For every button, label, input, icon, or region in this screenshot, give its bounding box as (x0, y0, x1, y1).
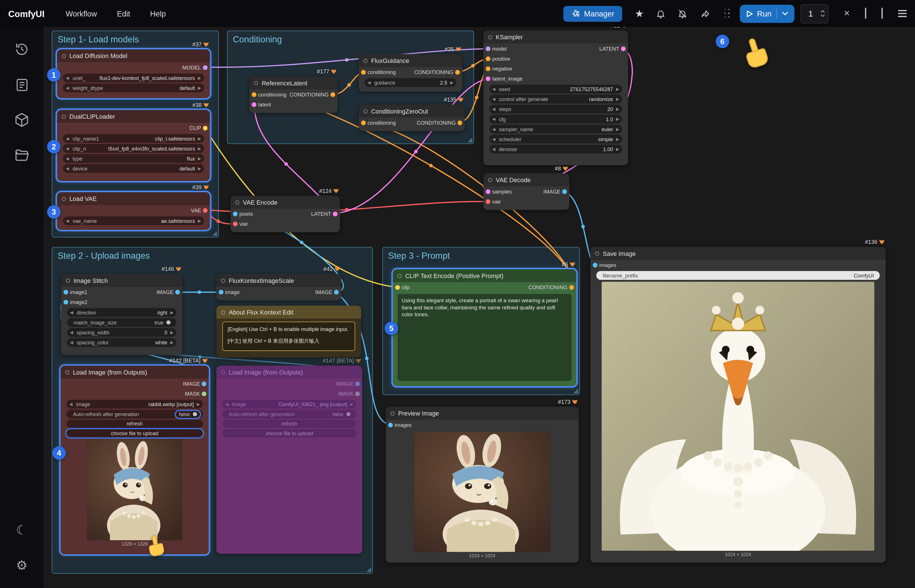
node-load-vae[interactable]: #39Load VAEVAE◀vae_nameae.safetensors▶ (57, 192, 210, 230)
input-slot-dot[interactable] (486, 76, 490, 81)
arrow-right-icon[interactable]: ▶ (450, 80, 453, 85)
arrow-right-icon[interactable]: ▶ (198, 76, 201, 80)
node-header[interactable]: Preview Image (386, 407, 579, 420)
input-slot-dot[interactable] (395, 285, 400, 290)
widget-control-after-generate[interactable]: ◀control after generaterandomize▶ (489, 95, 622, 103)
star-icon[interactable]: ★ (635, 7, 644, 19)
collapse-dot-icon[interactable] (254, 81, 258, 85)
arrow-right-icon[interactable]: ▶ (198, 156, 201, 161)
collapse-dot-icon[interactable] (364, 109, 367, 113)
bell-slash-icon[interactable] (677, 8, 687, 18)
workflows-icon[interactable] (9, 142, 35, 168)
widget-device[interactable]: ◀devicedefault▶ (63, 164, 204, 173)
menu-edit[interactable]: Edit (117, 9, 130, 18)
widget-cfg[interactable]: ◀cfg1.0▶ (489, 115, 622, 124)
settings-gear-icon[interactable]: ⚙ (9, 553, 35, 578)
node-conditioning-zero-out[interactable]: #135ConditioningZeroOutconditioningCONDI… (359, 105, 465, 131)
arrow-left-icon[interactable]: ◀ (70, 340, 73, 345)
node-header[interactable]: About Flux Kontext Edit (217, 306, 361, 318)
collapse-dot-icon[interactable] (488, 35, 492, 39)
arrow-left-icon[interactable]: ◀ (70, 402, 73, 407)
node-preview-image[interactable]: #173Preview Imageimages1024 × 1024 (386, 407, 579, 562)
arrow-right-icon[interactable]: ▶ (197, 402, 200, 407)
collapse-dot-icon[interactable] (398, 274, 401, 278)
node-header[interactable]: VAE Encode (231, 196, 340, 208)
drag-handle-icon[interactable] (724, 8, 731, 18)
node-header[interactable]: Save Image (590, 247, 886, 260)
widget-unet-[interactable]: ◀unet_flux1-dev-kontext_fp8_scaled.safet… (63, 73, 204, 82)
node-header[interactable]: Load Diffusion Model (57, 50, 210, 62)
collapse-dot-icon[interactable] (62, 197, 66, 201)
arrow-left-icon[interactable]: ◀ (492, 87, 495, 92)
refresh-button[interactable]: refresh (66, 420, 203, 428)
arrow-right-icon[interactable]: ▶ (616, 117, 619, 121)
share-icon[interactable] (700, 8, 710, 18)
menu-workflow[interactable]: Workflow (66, 9, 97, 18)
output-slot-dot[interactable] (203, 208, 208, 213)
widget-steps[interactable]: ◀steps20▶ (489, 105, 622, 113)
widget-toggle-auto-refresh-after-generation[interactable]: Auto-refresh after generationfalse (66, 410, 203, 418)
arrow-left-icon[interactable]: ◀ (492, 117, 495, 121)
arrow-right-icon[interactable]: ▶ (170, 330, 173, 335)
arrow-left-icon[interactable]: ◀ (66, 76, 69, 80)
arrow-right-icon[interactable]: ▶ (198, 136, 201, 141)
history-icon[interactable] (9, 36, 35, 62)
arrow-left-icon[interactable]: ◀ (66, 136, 69, 141)
node-header[interactable]: DualCLIPLoader (57, 110, 210, 123)
collapse-dot-icon[interactable] (488, 178, 492, 182)
output-slot-dot[interactable] (331, 92, 335, 97)
widget-clip-name1[interactable]: ◀clip_name1clip_l.safetensors▶ (63, 134, 204, 143)
node-load-image-from-outputs-bypassed[interactable]: #147 [BETA]Load Image (from Outputs)IMAG… (217, 366, 362, 554)
input-slot-dot[interactable] (388, 422, 393, 427)
app-logo[interactable]: ComfyUI (8, 8, 44, 18)
input-slot-dot[interactable] (361, 120, 366, 125)
prompt-textarea[interactable]: Using this elegant style, create a portr… (398, 294, 571, 381)
input-slot-dot[interactable] (486, 56, 490, 61)
arrow-right-icon[interactable]: ▶ (616, 137, 619, 141)
node-header[interactable]: ReferenceLatent (249, 77, 338, 89)
arrow-left-icon[interactable]: ◀ (492, 97, 495, 102)
node-header[interactable]: Load Image (from Outputs) (61, 366, 209, 378)
output-slot-dot[interactable] (203, 126, 208, 130)
node-clip-text-encode-positive[interactable]: #6CLIP Text Encode (Positive Prompt)clip… (393, 269, 576, 386)
bottom-panel-icon[interactable] (881, 8, 883, 19)
arrow-right-icon[interactable]: ▶ (616, 127, 619, 131)
collapse-dot-icon[interactable] (235, 200, 239, 204)
widget-scheduler[interactable]: ◀schedulersimple▶ (489, 135, 622, 144)
collapse-dot-icon[interactable] (391, 411, 394, 415)
output-slot-dot[interactable] (203, 65, 208, 70)
node-header[interactable]: CLIP Text Encode (Positive Prompt) (393, 269, 576, 282)
node-dual-clip-loader[interactable]: #38DualCLIPLoaderCLIP◀clip_name1clip_l.s… (57, 110, 210, 181)
input-slot-dot[interactable] (486, 199, 490, 204)
collapse-dot-icon[interactable] (595, 251, 599, 255)
input-slot-dot[interactable] (233, 212, 238, 216)
node-header[interactable]: VAE Decode (483, 173, 569, 186)
node-header[interactable]: Load VAE (57, 192, 210, 205)
menu-help[interactable]: Help (150, 9, 166, 18)
arrow-left-icon[interactable]: ◀ (66, 146, 69, 151)
output-slot-dot[interactable] (455, 70, 460, 74)
widget-direction[interactable]: ◀directionright▶ (67, 308, 176, 317)
output-slot-dot[interactable] (621, 46, 626, 51)
arrow-left-icon[interactable]: ◀ (492, 147, 495, 152)
node-flux-guidance[interactable]: #35FluxGuidanceconditioningCONDITIONING◀… (359, 54, 462, 92)
node-header[interactable]: FluxKontextImageScale (217, 274, 341, 287)
node-load-diffusion-model[interactable]: #37Load Diffusion ModelMODEL◀unet_flux1-… (57, 50, 210, 98)
input-slot-dot[interactable] (233, 221, 238, 226)
node-load-image-from-outputs[interactable]: #142 [BETA]Load Image (from Outputs)IMAG… (61, 366, 209, 554)
arrow-left-icon[interactable]: ◀ (492, 137, 495, 141)
arrow-right-icon[interactable]: ▶ (198, 86, 201, 90)
node-vae-decode[interactable]: #8VAE DecodesamplesIMAGEvae (483, 173, 569, 210)
output-slot-dot[interactable] (457, 120, 462, 125)
choose-file-to-upload-button[interactable]: choose file to upload (66, 429, 203, 438)
output-slot-dot[interactable] (175, 289, 180, 294)
node-flux-kontext-image-scale[interactable]: #42FluxKontextImageScaleimageIMAGE (217, 274, 341, 300)
arrow-right-icon[interactable]: ▶ (616, 97, 619, 102)
arrow-left-icon[interactable]: ◀ (66, 166, 69, 171)
arrow-right-icon[interactable]: ▶ (198, 166, 201, 171)
widget-sampler-name[interactable]: ◀sampler_nameeuler▶ (489, 124, 622, 134)
input-slot-dot[interactable] (63, 289, 68, 294)
arrow-right-icon[interactable]: ▶ (198, 146, 201, 151)
arrow-right-icon[interactable]: ▶ (170, 340, 173, 345)
node-library-icon[interactable] (9, 72, 35, 98)
